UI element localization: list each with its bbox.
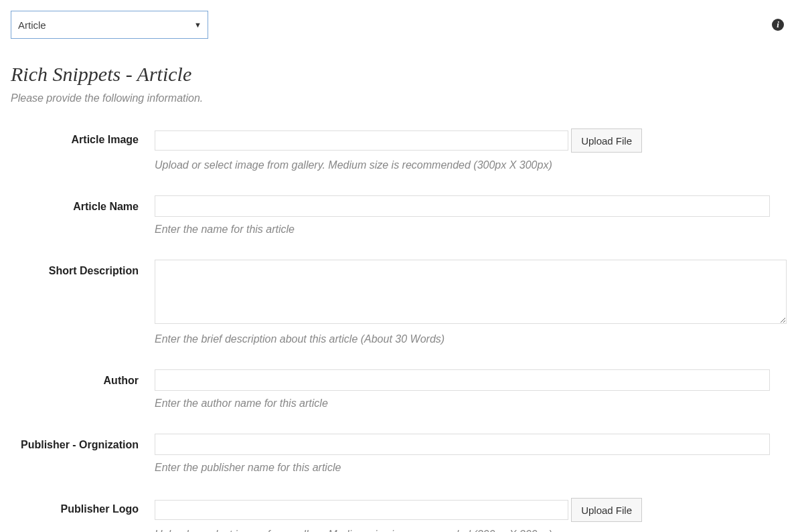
snippet-type-select[interactable]: Article [11, 11, 208, 39]
hint-publisher-org: Enter the publisher name for this articl… [155, 462, 789, 474]
hint-author: Enter the author name for this article [155, 397, 789, 410]
publisher-logo-input[interactable] [155, 500, 568, 520]
row-author: Author Enter the author name for this ar… [11, 369, 789, 410]
label-article-image: Article Image [11, 128, 155, 146]
publisher-logo-upload-button[interactable]: Upload File [571, 498, 642, 522]
hint-article-image: Upload or select image from gallery. Med… [155, 159, 642, 171]
page-subtitle: Please provide the following information… [11, 92, 789, 104]
author-input[interactable] [155, 369, 770, 391]
top-bar: Article ▼ i [11, 11, 789, 39]
label-article-name: Article Name [11, 195, 155, 213]
article-image-input[interactable] [155, 130, 568, 151]
row-article-name: Article Name Enter the name for this art… [11, 195, 789, 236]
row-short-description: Short Description Enter the brief descri… [11, 260, 789, 345]
label-publisher-org: Publisher - Orgnization [11, 434, 155, 451]
page-title: Rich Snippets - Article [11, 63, 789, 86]
article-name-input[interactable] [155, 195, 770, 217]
hint-publisher-logo: Upload or select image from gallery. Med… [155, 529, 642, 532]
article-image-upload-button[interactable]: Upload File [571, 128, 642, 153]
hint-article-name: Enter the name for this article [155, 224, 789, 236]
row-publisher-logo: Publisher Logo Upload File Upload or sel… [11, 498, 789, 532]
info-icon[interactable]: i [772, 19, 784, 31]
label-short-description: Short Description [11, 260, 155, 277]
row-article-image: Article Image Upload File Upload or sele… [11, 128, 789, 171]
label-author: Author [11, 369, 155, 387]
hint-short-description: Enter the brief description about this a… [155, 333, 789, 345]
snippet-type-select-wrapper: Article ▼ [11, 11, 208, 39]
row-publisher-org: Publisher - Orgnization Enter the publis… [11, 434, 789, 474]
short-description-input[interactable] [155, 260, 787, 324]
publisher-org-input[interactable] [155, 434, 770, 455]
label-publisher-logo: Publisher Logo [11, 498, 155, 515]
